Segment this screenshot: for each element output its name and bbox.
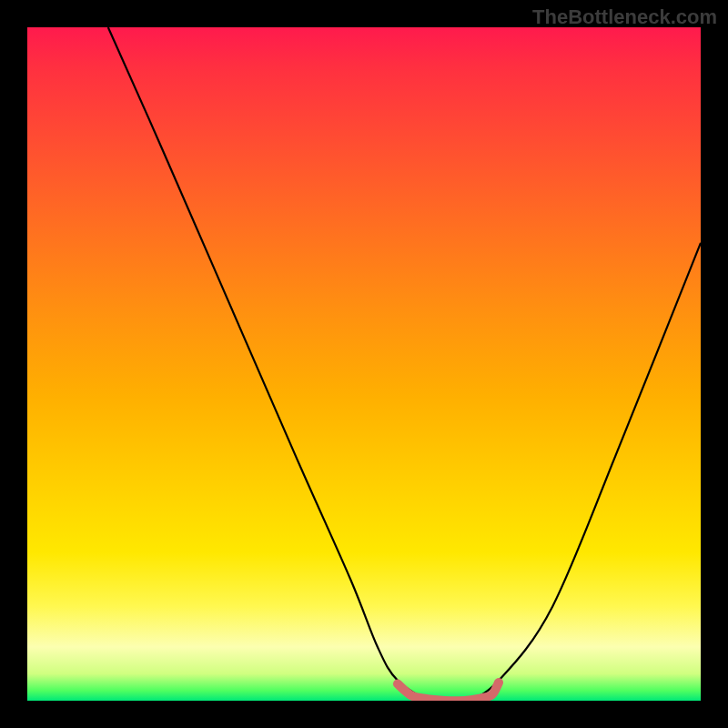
- chart-plot-area: [27, 27, 701, 701]
- chart-svg: [27, 27, 701, 701]
- watermark-text: TheBottleneck.com: [532, 5, 717, 29]
- bottom-highlight-curve: [398, 682, 499, 701]
- bottleneck-curve: [108, 27, 701, 701]
